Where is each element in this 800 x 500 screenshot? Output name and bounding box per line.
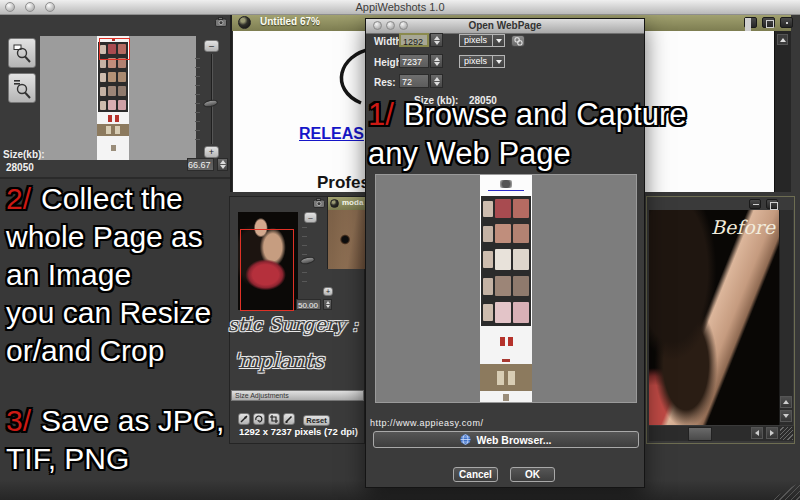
app-logo-icon [330, 199, 339, 208]
magnifier-select-icon [12, 42, 32, 64]
app-logo-icon [238, 16, 251, 29]
chain-link-icon [514, 37, 523, 46]
zoom-percent-input[interactable]: 50.00 [296, 299, 321, 310]
slider-minus-button[interactable]: – [304, 212, 317, 223]
step1-number: 1/ [368, 97, 394, 132]
width-unit-value: pixels [464, 35, 487, 45]
scroll-left-icon[interactable] [751, 427, 763, 439]
eye-photo [328, 210, 366, 269]
page-professional-text: Profes [317, 173, 370, 192]
constrain-proportions-button[interactable] [511, 35, 525, 47]
close-window-button[interactable] [780, 17, 793, 28]
slider-plus-button[interactable]: + [204, 146, 219, 158]
scroll-right-icon[interactable] [766, 427, 778, 439]
step2-text-line4: you can Resize [6, 296, 211, 329]
capture-selection-rect[interactable] [99, 38, 130, 60]
pencil-tool-icon [285, 415, 293, 423]
step2-text-line5: or/and Crop [6, 334, 164, 367]
maximize-button[interactable] [762, 17, 775, 28]
res-label: Res: [374, 77, 396, 88]
magnifier-minus-icon [12, 77, 32, 99]
moda-titlebar[interactable]: moda [328, 197, 366, 210]
reset-button[interactable]: Reset [303, 415, 330, 426]
dialog-titlebar[interactable]: Open WebPage [366, 19, 644, 34]
height-input[interactable]: 7237 [399, 54, 429, 68]
window-resize-grip[interactable] [780, 427, 793, 440]
step2-text-line1: Collect the [41, 182, 183, 215]
cancel-button[interactable]: Cancel [453, 467, 498, 482]
web-browser-button[interactable]: Web Browser... [373, 431, 639, 448]
menubar: AppiWebshots 1.0 [0, 0, 800, 15]
zoom-percent-stepper[interactable] [323, 299, 332, 310]
untitled-vertical-scrollbar[interactable] [774, 31, 791, 192]
untitled-window-title: Untitled 67% [260, 16, 320, 27]
main-control-panel: – + Size(kb): 28050 66.67 [0, 14, 230, 179]
dialog-title: Open WebPage [366, 20, 644, 31]
zoom-out-tool-button[interactable] [8, 73, 36, 103]
size-kb-label: Size(kb): [3, 149, 45, 160]
height-unit-select[interactable]: pixels [459, 55, 505, 68]
tool-rotate-button[interactable] [253, 413, 265, 425]
tool-move-button[interactable] [238, 413, 250, 425]
page-url-text: http://www.appieasy.com/ [370, 418, 483, 428]
step2-number: 2/ [6, 182, 31, 215]
vertical-scrollbar[interactable] [779, 210, 793, 425]
app-title: AppiWebshots 1.0 [0, 1, 800, 13]
minimize-button[interactable] [749, 199, 761, 209]
chevron-down-icon [492, 56, 504, 67]
step1-text-line2: any Web Page [368, 136, 571, 171]
minimize-button[interactable] [744, 17, 757, 28]
step2-text-line3: an Image [6, 258, 131, 291]
ok-button[interactable]: OK [510, 467, 555, 482]
zoom-percent-input[interactable]: 66.67 [187, 158, 214, 171]
annotation-step2: 2/Collect the whole Page as an Image you… [6, 180, 211, 370]
crop-selection-rect[interactable] [240, 229, 294, 311]
width-unit-select[interactable]: pixels [459, 34, 505, 47]
web-browser-button-label: Web Browser... [476, 434, 551, 446]
res-input[interactable]: 72 [399, 74, 429, 88]
annotation-step3: 3/Save as JPG, TIF, PNG [6, 402, 224, 478]
scroll-up-icon[interactable] [777, 34, 788, 45]
maximize-button[interactable] [766, 199, 778, 209]
dialog-page-preview[interactable] [375, 174, 637, 403]
scroll-down-icon[interactable] [780, 410, 792, 422]
crop-tool-icon [270, 415, 278, 423]
step2-text-line2: whole Page as [6, 220, 203, 253]
arrow-tool-icon [240, 415, 248, 423]
slider-plus-button[interactable]: + [323, 287, 333, 296]
moda-window-title: moda [342, 198, 363, 207]
moda-window: moda [327, 197, 366, 269]
width-stepper[interactable] [430, 33, 443, 47]
width-input[interactable]: 1292 [399, 33, 429, 47]
horizontal-scrollbar[interactable] [649, 426, 794, 441]
page-title-fragment-2: 'mplants [233, 349, 324, 373]
step3-text-line2: TIF, PNG [6, 442, 129, 475]
camera-icon[interactable] [215, 17, 227, 27]
annotation-step1: 1/Browse and Capture any Web Page [368, 95, 686, 173]
slider-thumb[interactable] [202, 99, 218, 109]
zoom-select-tool-button[interactable] [8, 38, 36, 68]
tool-pencil-button[interactable] [283, 413, 295, 425]
open-webpage-dialog: Open WebPage Width: 1292 pixels Height: … [365, 18, 645, 488]
page-title-fragment-1: stic Surgery : [228, 313, 358, 335]
app-resize-grip[interactable] [770, 482, 800, 500]
before-caption: Before [711, 216, 775, 238]
page-preview-area[interactable] [40, 36, 196, 160]
before-image-window: Before [646, 196, 795, 444]
res-stepper[interactable] [430, 74, 443, 88]
zoom-percent-stepper[interactable] [217, 158, 228, 171]
tool-crop-button[interactable] [268, 413, 280, 425]
camera-icon[interactable] [313, 198, 325, 208]
step3-number: 3/ [6, 404, 31, 437]
height-unit-value: pixels [464, 56, 487, 66]
globe-icon [460, 434, 471, 445]
scroll-up-icon[interactable] [780, 396, 792, 408]
size-kb-value: 28050 [6, 162, 34, 173]
hscroll-thumb[interactable] [688, 427, 712, 441]
size-adjustments-dropdown[interactable]: Size Adjustments [231, 390, 364, 401]
height-stepper[interactable] [430, 54, 443, 68]
rotate-tool-icon [255, 415, 263, 423]
slider-minus-button[interactable]: – [204, 40, 219, 52]
image-dimensions-text: 1292 x 7237 pixels (72 dpi) [239, 426, 358, 437]
webpage-thumbnail [480, 175, 532, 403]
